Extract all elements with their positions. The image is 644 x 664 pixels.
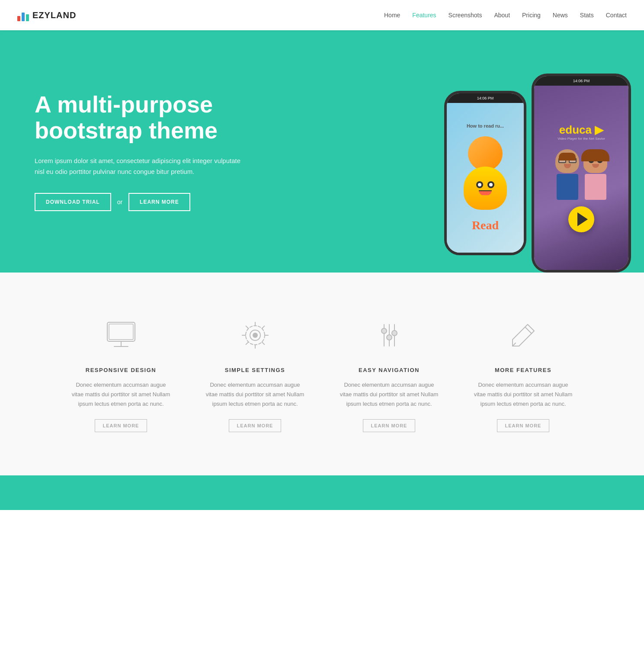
phone-right: 14:06 PM educa ▶ Video Player for the Ne… bbox=[532, 74, 631, 273]
navbar: EZYLAND Home Features Screenshots About … bbox=[0, 0, 644, 30]
learn-more-navigation-button[interactable]: LEARN MORE bbox=[363, 419, 416, 432]
pencil-icon bbox=[504, 316, 543, 355]
nav-link-stats[interactable]: Stats bbox=[580, 12, 594, 19]
svg-line-13 bbox=[525, 327, 532, 334]
svg-point-11 bbox=[387, 335, 392, 340]
hero-or-text: or bbox=[117, 199, 122, 205]
nav-item-contact[interactable]: Contact bbox=[606, 11, 627, 19]
phone-left-content: How to read ru... bbox=[447, 103, 524, 253]
nav-item-stats[interactable]: Stats bbox=[580, 11, 594, 19]
nav-link-contact[interactable]: Contact bbox=[606, 12, 627, 19]
hero-buttons: DOWNLOAD TRIAL or LEARN MORE bbox=[35, 193, 242, 211]
features-grid: RESPONSIVE DESIGN Donec elementum accums… bbox=[63, 307, 582, 441]
phone-right-topbar: 14:06 PM bbox=[534, 76, 628, 86]
sliders-icon bbox=[370, 316, 409, 355]
phone-right-screen: 14:06 PM educa ▶ Video Player for the Ne… bbox=[534, 76, 628, 270]
learn-more-more-button[interactable]: LEARN MORE bbox=[497, 419, 550, 432]
learn-more-responsive-button[interactable]: LEARN MORE bbox=[95, 419, 147, 432]
footer-teal-strip bbox=[0, 475, 644, 510]
download-trial-button[interactable]: DOWNLOAD TRIAL bbox=[35, 193, 111, 211]
phone-left-topbar: 14:06 PM bbox=[447, 93, 524, 103]
hero-description: Lorem ipsum dolor sit amet, consectetur … bbox=[35, 155, 242, 177]
phone-left-time: 14:06 PM bbox=[477, 96, 494, 100]
nav-link-features[interactable]: Features bbox=[412, 12, 436, 19]
phone-right-time: 14:06 PM bbox=[573, 79, 590, 83]
learn-more-hero-button[interactable]: LEARN MORE bbox=[128, 193, 190, 211]
nav-item-home[interactable]: Home bbox=[384, 11, 400, 19]
nav-item-features[interactable]: Features bbox=[412, 11, 436, 19]
learn-more-settings-button[interactable]: LEARN MORE bbox=[229, 419, 282, 432]
feature-desc-more: Donec elementum accumsan augue vitae mat… bbox=[474, 380, 573, 409]
svg-point-12 bbox=[392, 330, 397, 336]
phone-mockups: 14:06 PM How to read ru... bbox=[444, 48, 631, 273]
feature-title-more: MORE FEATURES bbox=[474, 367, 573, 373]
nav-item-about[interactable]: About bbox=[494, 11, 510, 19]
feature-desc-settings: Donec elementum accumsan augue vitae mat… bbox=[205, 380, 305, 409]
feature-card-settings: SIMPLE SETTINGS Donec elementum accumsan… bbox=[197, 307, 314, 441]
hero-title: A multi-purpose bootstrap theme bbox=[35, 92, 242, 143]
svg-rect-0 bbox=[107, 322, 135, 341]
nav-link-about[interactable]: About bbox=[494, 12, 510, 19]
phone-left-read-text: Read bbox=[472, 218, 499, 232]
feature-title-responsive: RESPONSIVE DESIGN bbox=[71, 367, 171, 373]
phone-left-screen: 14:06 PM How to read ru... bbox=[447, 93, 524, 253]
svg-point-10 bbox=[381, 328, 387, 334]
nav-item-screenshots[interactable]: Screenshots bbox=[449, 11, 482, 19]
features-section: RESPONSIVE DESIGN Donec elementum accums… bbox=[0, 273, 644, 475]
hero-content: A multi-purpose bootstrap theme Lorem ip… bbox=[35, 92, 242, 211]
nav-item-pricing[interactable]: Pricing bbox=[522, 11, 541, 19]
svg-point-6 bbox=[253, 333, 258, 338]
gear-icon bbox=[236, 316, 275, 355]
feature-title-navigation: EASY NAVIGATION bbox=[340, 367, 439, 373]
nav-link-home[interactable]: Home bbox=[384, 12, 400, 19]
feature-desc-navigation: Donec elementum accumsan augue vitae mat… bbox=[340, 380, 439, 409]
feature-card-navigation: EASY NAVIGATION Donec elementum accumsan… bbox=[331, 307, 448, 441]
educa-subtitle: Video Player for the Net Savior bbox=[553, 137, 609, 141]
feature-title-settings: SIMPLE SETTINGS bbox=[205, 367, 305, 373]
phone-left: 14:06 PM How to read ru... bbox=[444, 91, 526, 255]
logo-icon bbox=[17, 9, 29, 21]
feature-card-more: MORE FEATURES Donec elementum accumsan a… bbox=[465, 307, 582, 441]
hero-section: A multi-purpose bootstrap theme Lorem ip… bbox=[0, 30, 644, 273]
phone-right-content: educa ▶ Video Player for the Net Savior bbox=[534, 86, 628, 270]
logo-text: EZYLAND bbox=[32, 10, 76, 20]
nav-link-screenshots[interactable]: Screenshots bbox=[449, 12, 482, 19]
educa-logo: educa ▶ bbox=[559, 123, 603, 137]
feature-card-responsive: RESPONSIVE DESIGN Donec elementum accums… bbox=[63, 307, 179, 441]
nav-item-news[interactable]: News bbox=[553, 11, 568, 19]
logo-link[interactable]: EZYLAND bbox=[17, 9, 76, 21]
nav-link-pricing[interactable]: Pricing bbox=[522, 12, 541, 19]
feature-desc-responsive: Donec elementum accumsan augue vitae mat… bbox=[71, 380, 171, 409]
monitor-icon bbox=[102, 316, 141, 355]
hero-phones: 14:06 PM How to read ru... bbox=[444, 30, 644, 273]
svg-line-14 bbox=[513, 343, 516, 346]
nav-links: Home Features Screenshots About Pricing … bbox=[384, 11, 627, 19]
nav-link-news[interactable]: News bbox=[553, 12, 568, 19]
svg-rect-3 bbox=[109, 324, 133, 340]
